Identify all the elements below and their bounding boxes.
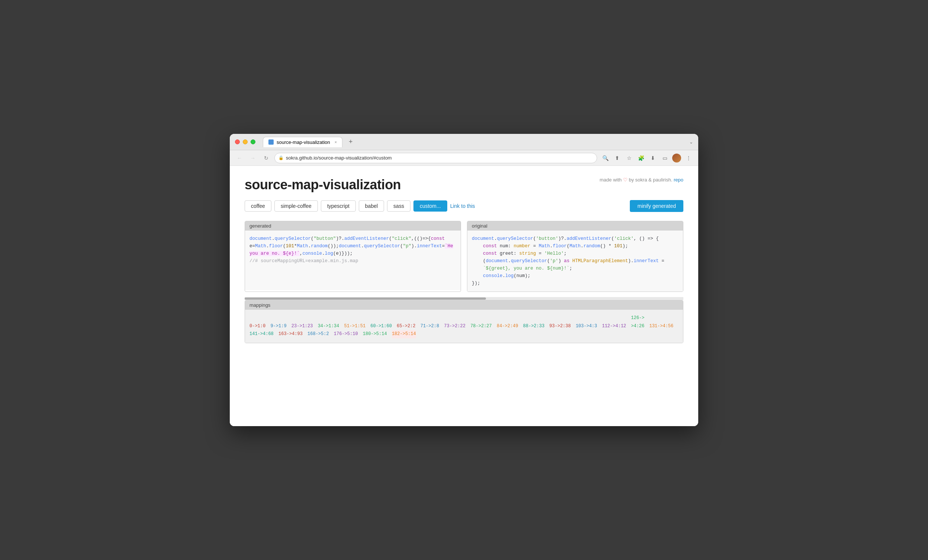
- mapping-item[interactable]: 71->2:8: [420, 322, 439, 331]
- mapping-item[interactable]: 93->2:38: [549, 322, 571, 331]
- mapping-item[interactable]: 103->4:3: [575, 322, 597, 331]
- mapping-item[interactable]: 78->2:27: [470, 322, 492, 331]
- code-panels: generated document.querySelector("button…: [245, 221, 683, 292]
- mapping-item[interactable]: 141->4:68: [249, 330, 274, 339]
- mapping-item[interactable]: 0->1:0: [249, 322, 266, 331]
- original-panel-body[interactable]: document.querySelector('button')?.addEve…: [467, 230, 683, 291]
- link-to-this[interactable]: Link to this: [450, 203, 475, 209]
- mapping-item[interactable]: 163->4:93: [278, 330, 303, 339]
- page-title: source-map-visualization: [245, 177, 401, 192]
- mapping-item[interactable]: 180->5:14: [363, 330, 387, 339]
- chevron-down-icon[interactable]: ⌄: [689, 139, 693, 145]
- extension-icon[interactable]: 🧩: [636, 153, 646, 163]
- sass-button[interactable]: sass: [387, 200, 411, 212]
- mapping-item[interactable]: 73->2:22: [444, 322, 466, 331]
- new-tab-button[interactable]: +: [345, 137, 356, 147]
- original-panel-header: original: [467, 221, 683, 230]
- mapping-item[interactable]: 60->1:60: [370, 322, 392, 331]
- mapping-item[interactable]: 9->1:9: [270, 322, 286, 331]
- download-icon[interactable]: ⬇: [648, 153, 658, 163]
- traffic-lights: [235, 139, 255, 144]
- menu-icon[interactable]: ⋮: [683, 153, 694, 163]
- generated-panel: generated document.querySelector("button…: [245, 221, 461, 292]
- search-icon[interactable]: 🔍: [600, 153, 611, 163]
- mapping-item[interactable]: 176->5:10: [334, 330, 358, 339]
- mappings-header: mappings: [245, 301, 683, 310]
- bookmark-icon[interactable]: ☆: [624, 153, 634, 163]
- mapping-item[interactable]: 168->5:2: [307, 330, 329, 339]
- page-header: source-map-visualization made with ♡ by …: [245, 177, 683, 192]
- address-bar[interactable]: 🔒 sokra.github.io/source-map-visualizati…: [275, 153, 597, 163]
- mapping-item[interactable]: 126->>4:26: [631, 314, 644, 330]
- share-icon[interactable]: ⬆: [612, 153, 623, 163]
- credit-by: by sokra & paulirish.: [629, 177, 672, 183]
- lock-icon: 🔒: [278, 156, 284, 160]
- reload-button[interactable]: ↻: [261, 153, 272, 163]
- close-button[interactable]: [235, 139, 240, 144]
- back-button[interactable]: ←: [234, 153, 245, 163]
- credit-text: made with: [600, 177, 622, 183]
- babel-button[interactable]: babel: [359, 200, 384, 212]
- mapping-item[interactable]: 88->2:33: [523, 322, 545, 331]
- tab-title: source-map-visualization: [276, 139, 330, 145]
- example-buttons-row: coffee simple-coffee typescript babel sa…: [245, 200, 683, 212]
- mapping-item[interactable]: 112->4:12: [602, 322, 626, 331]
- mapping-item[interactable]: 51->1:51: [344, 322, 365, 331]
- url-text: sokra.github.io/source-map-visualization…: [286, 155, 593, 161]
- mapping-item[interactable]: 84->2:49: [497, 322, 518, 331]
- tab-bar: source-map-visualization × +: [263, 137, 693, 147]
- browser-window: source-map-visualization × + ⌄ ← → ↻ 🔒 s…: [230, 134, 698, 426]
- mapping-item[interactable]: 182->5:14: [392, 330, 416, 339]
- tab-close-icon[interactable]: ×: [334, 140, 337, 144]
- nav-bar: ← → ↻ 🔒 sokra.github.io/source-map-visua…: [230, 150, 698, 166]
- avatar[interactable]: [672, 153, 682, 163]
- repo-link[interactable]: repo: [674, 177, 683, 183]
- minify-button[interactable]: minify generated: [630, 200, 683, 212]
- simple-coffee-button[interactable]: simple-coffee: [275, 200, 318, 212]
- custom-button[interactable]: custom...: [414, 200, 447, 212]
- mappings-panel: mappings 0->1:0 9->1:9 23->1:23 34->1:34…: [245, 300, 683, 343]
- generated-panel-body[interactable]: document.querySelector("button")?.addEve…: [245, 230, 461, 290]
- original-panel: original document.querySelector('button'…: [467, 221, 683, 292]
- generated-panel-header: generated: [245, 221, 461, 230]
- heart-icon: ♡: [623, 177, 627, 183]
- tab-favicon: [269, 139, 274, 145]
- maximize-button[interactable]: [250, 139, 255, 144]
- nav-icons: 🔍 ⬆ ☆ 🧩 ⬇ ▭ ⋮: [600, 153, 694, 163]
- reader-icon[interactable]: ▭: [659, 153, 670, 163]
- scrollbar-thumb[interactable]: [245, 298, 486, 300]
- mapping-item[interactable]: 34->1:34: [318, 322, 339, 331]
- title-bar: source-map-visualization × + ⌄: [230, 134, 698, 150]
- forward-button[interactable]: →: [247, 153, 258, 163]
- typescript-button[interactable]: typescript: [321, 200, 356, 212]
- active-tab[interactable]: source-map-visualization ×: [263, 137, 342, 147]
- mapping-item[interactable]: 65->2:2: [397, 322, 415, 331]
- page-content: source-map-visualization made with ♡ by …: [230, 166, 698, 426]
- credit: made with ♡ by sokra & paulirish. repo: [600, 177, 683, 183]
- minimize-button[interactable]: [243, 139, 247, 144]
- horizontal-scrollbar[interactable]: [245, 297, 683, 300]
- mapping-item[interactable]: 131->4:56: [649, 322, 673, 331]
- mappings-body: 0->1:0 9->1:9 23->1:23 34->1:34 51->1:51…: [245, 310, 683, 343]
- coffee-button[interactable]: coffee: [245, 200, 272, 212]
- mapping-item[interactable]: 23->1:23: [292, 322, 313, 331]
